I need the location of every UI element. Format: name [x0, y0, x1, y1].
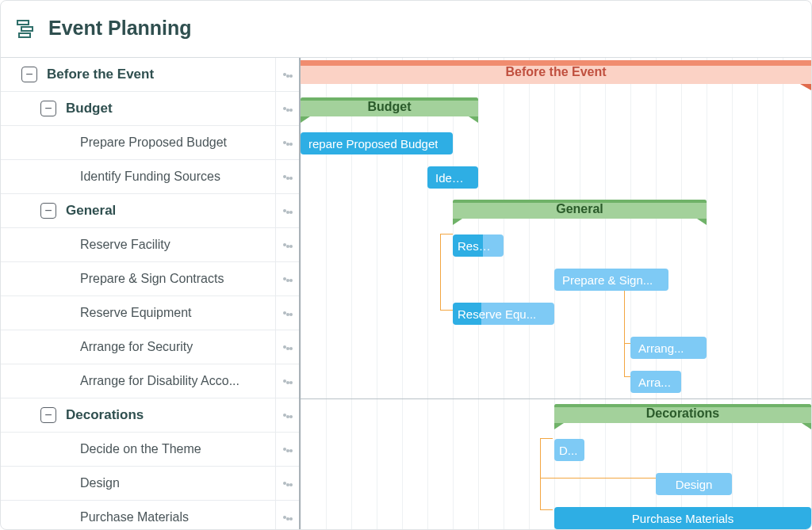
- list-item[interactable]: Reserve Equipment: [1, 296, 299, 330]
- dependency-line: [540, 438, 553, 439]
- dependency-line: [440, 310, 453, 311]
- task-label: Before the Event: [47, 67, 275, 82]
- task-label: Reserve Equipment: [80, 306, 275, 320]
- list-item[interactable]: General: [1, 194, 299, 228]
- gantt-task-bar[interactable]: Arrang...: [630, 337, 707, 359]
- gantt-task-bar[interactable]: Reserve Equ...: [453, 303, 554, 325]
- bar-label: Decorations: [646, 406, 719, 421]
- gantt-phase-bar[interactable]: Before the Event: [301, 60, 811, 84]
- list-item[interactable]: Prepare Proposed Budget: [1, 126, 299, 160]
- list-item[interactable]: Prepare & Sign Contracts: [1, 262, 299, 296]
- task-label: Reserve Facility: [80, 238, 275, 252]
- gantt-task-bar[interactable]: Identif...: [427, 166, 478, 189]
- task-label: Budget: [66, 101, 275, 116]
- gantt-task-bar[interactable]: Reserv...: [453, 234, 504, 257]
- dependency-line: [540, 478, 656, 479]
- bar-label: repare Proposed Budget: [308, 137, 438, 151]
- dependency-line: [440, 234, 453, 234]
- bar-label: Budget: [367, 100, 411, 114]
- row-menu-button[interactable]: [275, 228, 299, 261]
- task-label: General: [66, 203, 275, 219]
- bar-label: Prepare & Sign...: [562, 273, 653, 287]
- gantt-summary-bar[interactable]: Budget: [301, 97, 478, 116]
- section-separator: [301, 398, 811, 399]
- task-label: Purchase Materials: [80, 510, 275, 524]
- svg-rect-2: [19, 33, 30, 37]
- bar-label: General: [556, 202, 603, 216]
- task-label: Design: [80, 476, 275, 490]
- bar-label: Design: [676, 478, 713, 491]
- list-item[interactable]: Design: [1, 467, 299, 501]
- svg-rect-0: [17, 21, 29, 25]
- row-menu-button[interactable]: [275, 330, 299, 364]
- collapse-toggle[interactable]: [40, 101, 56, 116]
- list-item[interactable]: Identify Funding Sources: [1, 160, 299, 194]
- task-label: Arrange for Disability Acco...: [80, 374, 275, 388]
- collapse-toggle[interactable]: [40, 407, 56, 423]
- bar-label: Purchase Materials: [632, 512, 733, 525]
- row-menu-button[interactable]: [275, 364, 299, 398]
- row-menu-button[interactable]: [275, 467, 299, 500]
- bar-label: D...: [559, 444, 577, 457]
- list-item[interactable]: Decorations: [1, 398, 299, 433]
- bar-label: Reserv...: [458, 239, 496, 253]
- list-item[interactable]: Decide on the Theme: [1, 433, 299, 467]
- gantt-task-bar[interactable]: Arra...: [630, 371, 681, 393]
- row-menu-button[interactable]: [275, 262, 299, 296]
- list-item[interactable]: Purchase Materials: [1, 501, 299, 530]
- row-menu-button[interactable]: [275, 58, 299, 91]
- collapse-toggle[interactable]: [40, 203, 56, 219]
- svg-rect-1: [21, 27, 33, 31]
- gantt-task-bar[interactable]: Design: [656, 473, 732, 495]
- dependency-line: [440, 234, 441, 310]
- dependency-line: [624, 343, 630, 344]
- gantt-icon: [17, 19, 37, 38]
- dependency-line: [540, 438, 541, 509]
- list-item[interactable]: Reserve Facility: [1, 228, 299, 262]
- gantt-body: Before the Event Budget Prepare Proposed…: [1, 58, 811, 530]
- task-label: Decide on the Theme: [80, 442, 275, 456]
- gantt-task-bar[interactable]: Purchase Materials: [554, 507, 811, 529]
- gantt-summary-bar[interactable]: General: [453, 200, 707, 219]
- bar-label: Before the Event: [505, 65, 606, 79]
- gantt-timeline[interactable]: Before the Event Budget repare Proposed …: [301, 58, 811, 530]
- row-menu-button[interactable]: [275, 433, 299, 466]
- bar-label: Arra...: [638, 376, 671, 389]
- task-label: Identify Funding Sources: [80, 170, 275, 184]
- row-menu-button[interactable]: [275, 501, 299, 530]
- gantt-task-bar[interactable]: Prepare & Sign...: [554, 269, 668, 291]
- list-item[interactable]: Arrange for Disability Acco...: [1, 364, 299, 398]
- bar-label: Arrang...: [638, 341, 684, 355]
- bar-label: Reserve Equ...: [458, 307, 536, 321]
- list-item[interactable]: Before the Event: [1, 58, 299, 92]
- gantt-summary-bar[interactable]: Decorations: [554, 404, 811, 423]
- task-label: Decorations: [66, 407, 275, 423]
- task-label: Prepare & Sign Contracts: [80, 272, 275, 286]
- bar-label: Identif...: [435, 171, 470, 185]
- gantt-task-bar[interactable]: D...: [554, 439, 584, 461]
- dependency-line: [624, 376, 630, 377]
- gantt-task-bar[interactable]: repare Proposed Budget: [301, 132, 453, 154]
- task-label: Prepare Proposed Budget: [80, 135, 275, 150]
- row-menu-button[interactable]: [275, 296, 299, 330]
- task-list: Before the Event Budget Prepare Proposed…: [1, 58, 301, 530]
- row-menu-button[interactable]: [275, 160, 299, 193]
- task-label: Arrange for Security: [80, 340, 275, 354]
- dependency-line: [540, 509, 553, 510]
- page-title: Event Planning: [48, 17, 192, 40]
- row-menu-button[interactable]: [275, 194, 299, 227]
- page-header: Event Planning: [1, 1, 811, 58]
- row-menu-button[interactable]: [275, 126, 299, 159]
- collapse-toggle[interactable]: [21, 67, 37, 82]
- dependency-line: [624, 291, 625, 376]
- list-item[interactable]: Budget: [1, 92, 299, 126]
- row-menu-button[interactable]: [275, 398, 299, 432]
- list-item[interactable]: Arrange for Security: [1, 330, 299, 364]
- row-menu-button[interactable]: [275, 92, 299, 125]
